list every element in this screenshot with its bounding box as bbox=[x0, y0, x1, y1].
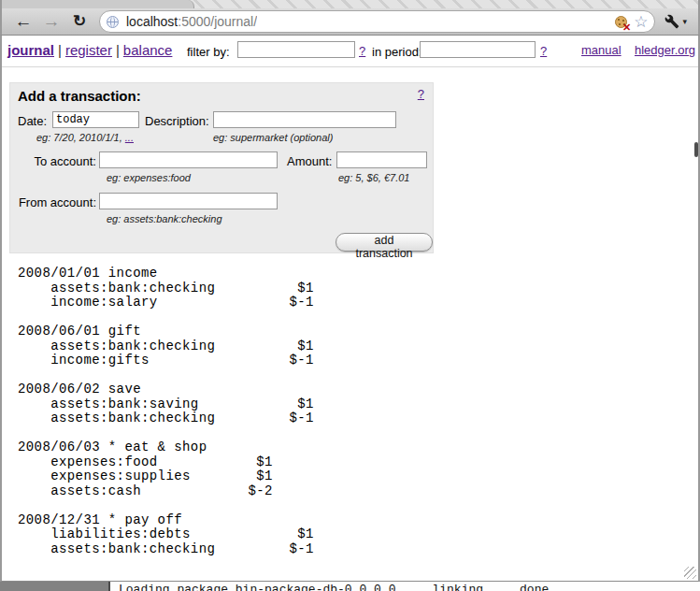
browser-toolbar: ← → ↻ localhost:5000/journal/ ✕ ☆ ▾ bbox=[0, 8, 700, 36]
description-input[interactable] bbox=[213, 111, 396, 128]
date-hint: eg: 7/20, 2010/1/1, ... bbox=[36, 132, 134, 143]
period-help-link[interactable]: ? bbox=[540, 44, 547, 58]
wrench-caret-icon: ▾ bbox=[682, 17, 687, 26]
reload-button[interactable]: ↻ bbox=[65, 9, 93, 34]
amount-input[interactable] bbox=[336, 151, 427, 168]
address-bar[interactable]: localhost:5000/journal/ ✕ ☆ bbox=[99, 10, 655, 33]
in-period-label: in period: bbox=[372, 45, 421, 59]
nav-separator: | bbox=[112, 42, 123, 58]
from-account-label: From account: bbox=[12, 195, 96, 209]
wrench-menu-button[interactable]: ▾ bbox=[664, 14, 687, 29]
filter-input[interactable] bbox=[237, 41, 355, 58]
nav-link-journal[interactable]: journal bbox=[7, 42, 54, 58]
description-label: Description: bbox=[145, 114, 209, 128]
cookie-blocked-icon[interactable]: ✕ bbox=[615, 16, 627, 28]
add-transaction-button[interactable]: add transaction bbox=[336, 233, 433, 252]
app-nav-links: journal|register|balance bbox=[7, 42, 172, 58]
to-account-hint: eg: expenses:food bbox=[107, 172, 191, 183]
manual-link[interactable]: manual bbox=[581, 43, 621, 57]
form-help-link[interactable]: ? bbox=[418, 87, 424, 101]
from-account-input[interactable] bbox=[99, 193, 278, 209]
forward-button[interactable]: → bbox=[37, 9, 65, 34]
terminal-output: Loading package bin-package-db-0.0.0.0 .… bbox=[119, 583, 700, 591]
description-hint: eg: supermarket (optional) bbox=[213, 132, 333, 143]
bookmark-star-icon[interactable]: ☆ bbox=[634, 14, 648, 30]
hledger-org-link[interactable]: hledger.org bbox=[635, 43, 695, 57]
add-transaction-form: Add a transaction: ? Date: Description: … bbox=[9, 82, 434, 253]
window-resize-grip-icon[interactable] bbox=[684, 567, 696, 579]
wrench-icon bbox=[664, 14, 679, 29]
date-input[interactable] bbox=[52, 111, 139, 128]
to-account-label: To account: bbox=[12, 154, 96, 168]
nav-link-balance[interactable]: balance bbox=[123, 42, 173, 58]
page-body: journal|register|balance filter by: ? in… bbox=[0, 36, 700, 582]
url-host: localhost bbox=[126, 14, 178, 29]
to-account-input[interactable] bbox=[99, 151, 278, 168]
date-hint-more-link[interactable]: ... bbox=[125, 132, 134, 143]
url-text[interactable]: localhost:5000/journal/ bbox=[126, 14, 257, 29]
globe-icon[interactable] bbox=[107, 16, 119, 28]
amount-hint: eg: 5, $6, €7.01 bbox=[338, 172, 409, 183]
date-label: Date: bbox=[18, 114, 47, 128]
cookie-blocked-x-icon: ✕ bbox=[622, 22, 631, 33]
url-path: :5000/journal/ bbox=[178, 14, 257, 29]
nav-link-register[interactable]: register bbox=[65, 42, 112, 58]
tab-strip bbox=[0, 0, 700, 8]
date-hint-text: eg: 7/20, 2010/1/1, bbox=[36, 132, 125, 143]
from-account-hint: eg: assets:bank:checking bbox=[107, 213, 222, 224]
app-navbar: journal|register|balance filter by: ? in… bbox=[2, 36, 698, 67]
form-title: Add a transaction: bbox=[18, 88, 141, 104]
back-button[interactable]: ← bbox=[9, 9, 37, 34]
background-strip: Loading package bin-package-db-0.0.0.0 .… bbox=[0, 582, 700, 591]
amount-label: Amount: bbox=[287, 154, 332, 168]
scrollbar-thumb[interactable] bbox=[694, 142, 698, 157]
screen: ← → ↻ localhost:5000/journal/ ✕ ☆ ▾ jour… bbox=[0, 0, 700, 591]
terminal-window: Loading package bin-package-db-0.0.0.0 .… bbox=[108, 582, 700, 591]
nav-separator: | bbox=[54, 42, 65, 58]
browser-tab[interactable] bbox=[2, 0, 194, 8]
filter-by-label: filter by: bbox=[187, 45, 230, 59]
period-input[interactable] bbox=[420, 41, 536, 58]
journal-text: 2008/01/01 income assets:bank:checking $… bbox=[18, 267, 314, 556]
filter-help-link[interactable]: ? bbox=[359, 44, 365, 58]
